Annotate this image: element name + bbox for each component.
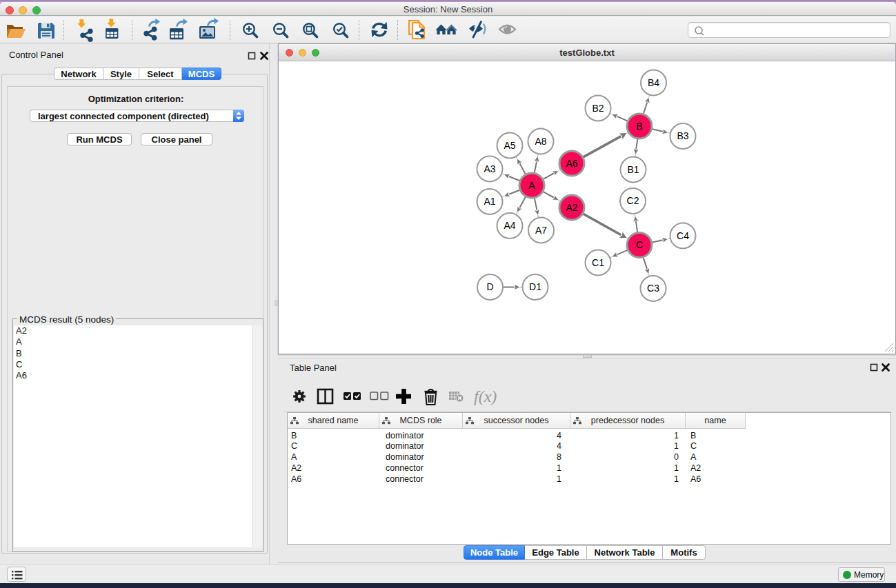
svg-text:C: C (636, 239, 643, 250)
svg-text:B1: B1 (627, 164, 639, 175)
svg-text:C4: C4 (677, 230, 689, 241)
svg-text:C3: C3 (647, 283, 659, 294)
svg-text:B2: B2 (592, 103, 604, 114)
svg-text:A8: A8 (535, 136, 546, 147)
svg-text:A4: A4 (504, 220, 515, 231)
svg-text:C1: C1 (592, 257, 604, 268)
svg-text:D1: D1 (529, 281, 541, 292)
svg-text:A1: A1 (484, 196, 495, 207)
svg-text:B3: B3 (677, 130, 688, 141)
svg-text:A5: A5 (504, 140, 515, 151)
svg-text:A7: A7 (535, 225, 547, 236)
svg-text:A: A (528, 180, 535, 191)
svg-text:B: B (636, 121, 642, 132)
svg-text:B4: B4 (648, 77, 659, 88)
svg-text:A3: A3 (484, 163, 495, 174)
svg-text:C2: C2 (627, 195, 639, 206)
svg-text:A6: A6 (566, 158, 577, 169)
svg-text:D: D (486, 281, 493, 292)
svg-text:f(x): f(x) (474, 387, 497, 405)
svg-text:A2: A2 (566, 202, 577, 213)
